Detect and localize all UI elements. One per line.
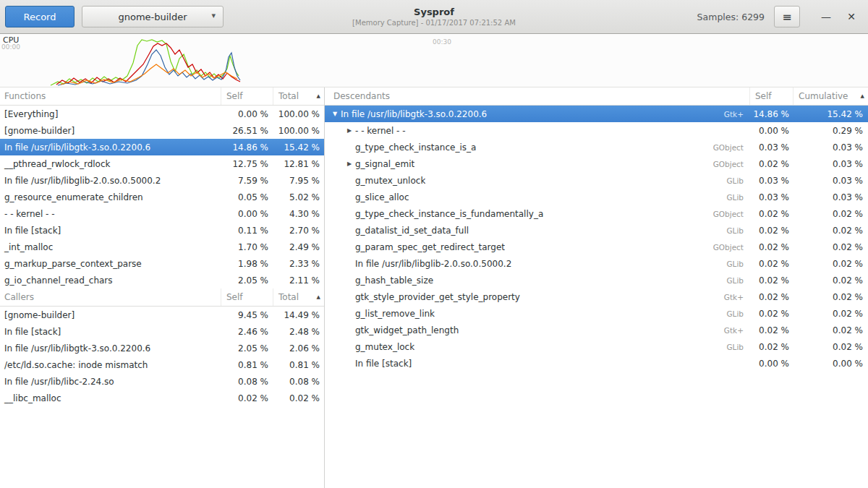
descendant-row[interactable]: g_list_remove_linkGLib0.02 %0.02 % — [325, 305, 868, 322]
descendant-name: In file /usr/lib/libglib-2.0.so.0.5000.2 — [355, 259, 511, 269]
header-right: Samples: 6299 ≡ — ✕ — [697, 6, 868, 27]
function-row[interactable]: g_markup_parse_context_parse1.98 %2.33 % — [0, 255, 324, 272]
descendant-row[interactable]: ▶- - kernel - -0.00 %0.29 % — [325, 122, 868, 139]
function-row[interactable]: In file /usr/lib/libglib-2.0.so.0.5000.2… — [0, 172, 324, 189]
minimize-button[interactable]: — — [818, 9, 834, 25]
function-row[interactable]: _int_malloc1.70 %2.49 % — [0, 239, 324, 255]
menu-button[interactable]: ≡ — [774, 6, 800, 27]
descendant-row[interactable]: g_type_check_instance_is_fundamentally_a… — [325, 205, 868, 222]
self-percent: 0.81 % — [221, 360, 273, 370]
caller-row[interactable]: /etc/ld.so.cache: inode mismatch0.81 %0.… — [0, 356, 324, 373]
self-percent: 2.05 % — [221, 275, 273, 286]
descendant-name: g_type_check_instance_is_a — [355, 142, 476, 153]
function-row[interactable]: [gnome-builder]26.51 %100.00 % — [0, 122, 324, 139]
caller-row[interactable]: __libc_malloc0.02 %0.02 % — [0, 390, 324, 406]
process-selector-dropdown[interactable]: gnome-builder ▾ — [82, 6, 224, 27]
self-percent: 0.00 % — [221, 209, 273, 219]
total-percent: 0.81 % — [273, 360, 324, 370]
total-percent: 7.95 % — [273, 176, 324, 186]
function-row[interactable]: In file [stack]0.11 %2.70 % — [0, 222, 324, 239]
function-row[interactable]: [Everything]0.00 %100.00 % — [0, 106, 324, 122]
descendant-row[interactable]: g_mutex_lockGLib0.02 %0.02 % — [325, 338, 868, 355]
descendant-row[interactable]: g_slice_allocGLib0.03 %0.03 % — [325, 189, 868, 205]
functions-self-column-header[interactable]: Self — [221, 87, 273, 105]
function-name: [Everything] — [0, 109, 221, 119]
function-row[interactable]: g_io_channel_read_chars2.05 %2.11 % — [0, 272, 324, 288]
time-tick-start: 00:00 — [1, 43, 20, 51]
caller-row[interactable]: In file [stack]2.46 %2.48 % — [0, 323, 324, 340]
cpu-graph[interactable]: CPU 00:00 00:30 — [0, 34, 868, 87]
expander-expanded-icon[interactable]: ▼ — [329, 111, 341, 117]
cumulative-percent: 0.29 % — [793, 126, 868, 136]
self-percent: 0.02 % — [750, 226, 793, 236]
main-content: Functions Self Total ▲ [Everything]0.00 … — [0, 87, 868, 488]
self-percent: 2.05 % — [221, 343, 273, 354]
functions-total-column-header[interactable]: Total ▲ — [273, 87, 324, 105]
callers-list: [gnome-builder]9.45 %14.49 %In file [sta… — [0, 307, 324, 406]
callers-total-column-header[interactable]: Total ▲ — [273, 288, 324, 306]
total-percent: 5.02 % — [273, 192, 324, 202]
descendants-cumulative-column-header[interactable]: Cumulative ▲ — [793, 87, 868, 105]
descendant-row[interactable]: g_param_spec_get_redirect_targetGObject0… — [325, 239, 868, 255]
descendant-name: g_mutex_unlock — [355, 176, 425, 186]
callers-total-column-label: Total — [278, 292, 299, 302]
cumulative-percent: 0.00 % — [793, 359, 868, 369]
descendant-row[interactable]: g_hash_table_sizeGLib0.02 %0.02 % — [325, 272, 868, 288]
descendant-row[interactable]: g_type_check_instance_is_aGObject0.03 %0… — [325, 139, 868, 155]
descendants-list: ▼In file /usr/lib/libgtk-3.so.0.2200.6Gt… — [325, 106, 868, 372]
close-icon: ✕ — [847, 11, 856, 22]
self-percent: 0.03 % — [750, 142, 793, 153]
self-percent: 1.98 % — [221, 259, 273, 269]
function-name: - - kernel - - — [0, 209, 221, 219]
library-label: Gtk+ — [724, 293, 750, 301]
caller-row[interactable]: In file /usr/lib/libc-2.24.so0.08 %0.08 … — [0, 373, 324, 390]
cumulative-percent: 0.02 % — [793, 275, 868, 286]
self-percent: 0.08 % — [221, 377, 273, 387]
function-row[interactable]: - - kernel - -0.00 %4.30 % — [0, 205, 324, 222]
descendant-row[interactable]: ▼In file /usr/lib/libgtk-3.so.0.2200.6Gt… — [325, 106, 868, 122]
functions-column-header[interactable]: Functions — [0, 87, 221, 105]
chevron-down-icon: ▾ — [211, 11, 216, 20]
record-button[interactable]: Record — [5, 6, 75, 27]
function-name: /etc/ld.so.cache: inode mismatch — [0, 360, 221, 370]
callers-column-header[interactable]: Callers — [0, 288, 221, 306]
descendant-row[interactable]: g_datalist_id_set_data_fullGLib0.02 %0.0… — [325, 222, 868, 239]
descendant-row[interactable]: ▶g_signal_emitGObject0.02 %0.03 % — [325, 155, 868, 172]
close-button[interactable]: ✕ — [843, 9, 859, 25]
descendant-row[interactable]: In file /usr/lib/libglib-2.0.so.0.5000.2… — [325, 255, 868, 272]
self-percent: 1.70 % — [221, 242, 273, 252]
caller-row[interactable]: [gnome-builder]9.45 %14.49 % — [0, 307, 324, 323]
function-row[interactable]: In file /usr/lib/libgtk-3.so.0.2200.614.… — [0, 139, 324, 155]
sort-ascending-icon: ▲ — [317, 294, 324, 300]
cumulative-percent: 0.03 % — [793, 176, 868, 186]
function-name: [gnome-builder] — [0, 126, 221, 136]
self-percent: 2.46 % — [221, 327, 273, 337]
descendants-self-column-header[interactable]: Self — [750, 87, 793, 105]
total-percent: 100.00 % — [273, 126, 324, 136]
library-label: GLib — [726, 176, 750, 185]
descendant-row[interactable]: gtk_widget_path_lengthGtk+0.02 %0.02 % — [325, 322, 868, 338]
expander-collapsed-icon[interactable]: ▶ — [344, 127, 355, 134]
total-percent: 2.48 % — [273, 327, 324, 337]
library-label: GLib — [726, 309, 750, 318]
descendant-name: g_hash_table_size — [355, 275, 433, 286]
cpu-orange-line — [61, 64, 237, 85]
descendant-row[interactable]: g_mutex_unlockGLib0.03 %0.03 % — [325, 172, 868, 189]
library-label: Gtk+ — [724, 110, 750, 119]
callers-self-column-header[interactable]: Self — [221, 288, 273, 306]
descendants-header: Descendants Self Cumulative ▲ — [325, 87, 868, 106]
descendant-row[interactable]: gtk_style_provider_get_style_propertyGtk… — [325, 288, 868, 305]
expander-collapsed-icon[interactable]: ▶ — [344, 160, 355, 167]
cumulative-percent: 0.02 % — [793, 325, 868, 335]
descendant-row[interactable]: In file [stack]0.00 %0.00 % — [325, 355, 868, 372]
function-row[interactable]: g_resource_enumerate_children0.05 %5.02 … — [0, 189, 324, 205]
function-row[interactable]: __pthread_rwlock_rdlock12.75 %12.81 % — [0, 155, 324, 172]
total-percent: 2.06 % — [273, 343, 324, 354]
function-name: g_resource_enumerate_children — [0, 192, 221, 202]
caller-row[interactable]: In file /usr/lib/libgtk-3.so.0.2200.62.0… — [0, 340, 324, 356]
self-percent: 9.45 % — [221, 310, 273, 320]
descendants-column-header[interactable]: Descendants — [325, 87, 750, 105]
library-label: GLib — [726, 276, 750, 285]
total-percent: 0.02 % — [273, 393, 324, 403]
functions-header: Functions Self Total ▲ — [0, 87, 324, 106]
